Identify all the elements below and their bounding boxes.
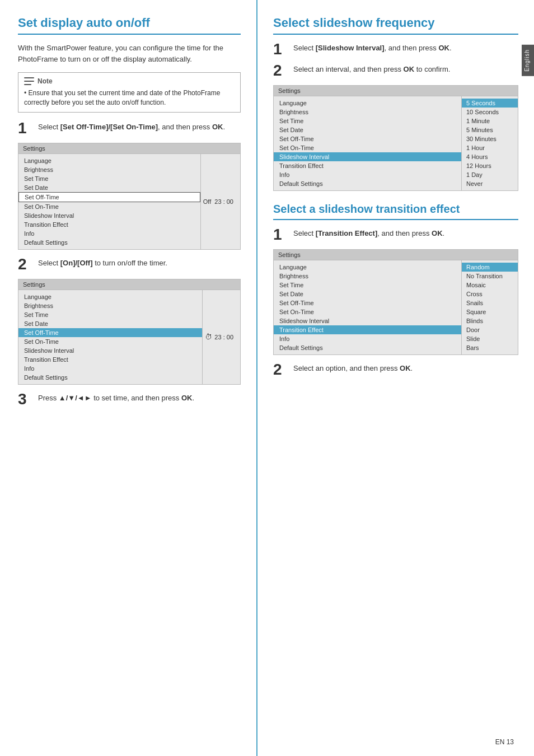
- right-step-2-text: Select an interval, and then press OK to…: [293, 64, 518, 75]
- right-section-title-2: Select a slideshow transition effect: [273, 202, 518, 220]
- menu-item-language-1: Language: [18, 156, 200, 165]
- settings-body-2: Language Brightness Set Time Set Date Se…: [18, 290, 240, 384]
- opt-12hr: 12 Hours: [462, 161, 518, 170]
- freq-interval: Slideshow Interval: [274, 152, 461, 161]
- opt-30min: 30 Minutes: [462, 134, 518, 143]
- menu2-setontime: Set On-Time: [18, 337, 202, 346]
- menu2-info: Info: [18, 364, 202, 373]
- right-step-1: 1 Select [Slideshow Interval], and then …: [273, 43, 518, 57]
- menu2-setdate: Set Date: [18, 319, 202, 328]
- opt-10sec: 10 Seconds: [462, 108, 518, 116]
- step-3-number: 3: [18, 391, 34, 407]
- left-column: Set display auto on/off With the SmartPo…: [0, 0, 257, 756]
- opt-door: Door: [462, 325, 518, 334]
- menu-item-setontime-1: Set On-Time: [18, 202, 200, 211]
- step-1-text: Select [Set Off-Time]/[Set On-Time], and…: [38, 122, 241, 133]
- freq-setofftime: Set Off-Time: [274, 134, 461, 143]
- settings-box-2: Settings Language Brightness Set Time Se…: [18, 279, 241, 385]
- freq-settime: Set Time: [274, 116, 461, 125]
- menu-item-info-1: Info: [18, 229, 200, 238]
- page-container: English Set display auto on/off With the…: [0, 0, 534, 756]
- settings-menu-freq: Language Brightness Set Time Set Date Se…: [274, 96, 462, 190]
- opt-4hr: 4 Hours: [462, 152, 518, 161]
- menu2-default: Default Settings: [18, 373, 202, 382]
- settings-body-freq: Language Brightness Set Time Set Date Se…: [274, 96, 518, 190]
- menu2-settime: Set Time: [18, 310, 202, 319]
- freq-default: Default Settings: [274, 179, 461, 188]
- trans-step-2: 2 Select an option, and then press OK.: [273, 363, 518, 377]
- opt-bars: Bars: [462, 343, 518, 352]
- right-step-1-number: 1: [273, 41, 289, 57]
- settings-menu-1: Language Brightness Set Time Set Date Se…: [18, 154, 201, 249]
- menu2-setofftime: Set Off-Time: [18, 328, 202, 337]
- note-label: Note: [38, 77, 53, 85]
- menu-item-transition-1: Transition Effect: [18, 220, 200, 229]
- trans-settime: Set Time: [274, 281, 461, 290]
- right-step-2: 2 Select an interval, and then press OK …: [273, 64, 518, 78]
- trans-setdate: Set Date: [274, 290, 461, 298]
- timer-icon: ⏱: [205, 333, 212, 341]
- menu-item-brightness-1: Brightness: [18, 165, 200, 174]
- opt-cross: Cross: [462, 290, 518, 298]
- settings-body-trans: Language Brightness Set Time Set Date Se…: [274, 260, 518, 354]
- menu-item-interval-1: Slideshow Interval: [18, 211, 200, 220]
- trans-default: Default Settings: [274, 343, 461, 352]
- settings-box-freq: Settings Language Brightness Set Time Se…: [273, 85, 518, 191]
- menu-item-default-1: Default Settings: [18, 238, 200, 247]
- trans-step-1-number: 1: [273, 227, 289, 242]
- settings-title-trans: Settings: [274, 250, 518, 260]
- menu2-brightness: Brightness: [18, 301, 202, 310]
- menu-item-setofftime-1: Set Off-Time: [18, 192, 200, 202]
- freq-setdate: Set Date: [274, 125, 461, 134]
- left-section-title: Set display auto on/off: [18, 16, 241, 35]
- opt-snails: Snails: [462, 298, 518, 307]
- settings-title-freq: Settings: [274, 86, 518, 96]
- right-column: Select slideshow frequency 1 Select [Sli…: [257, 0, 534, 756]
- main-content: Set display auto on/off With the SmartPo…: [0, 0, 534, 756]
- settings-title-1: Settings: [18, 143, 240, 154]
- note-text: • Ensure that you set the current time a…: [24, 88, 235, 108]
- right-step-2-number: 2: [273, 63, 289, 78]
- settings-menu-trans: Language Brightness Set Time Set Date Se…: [274, 260, 462, 354]
- step-2-text: Select [On]/[Off] to turn on/off the tim…: [38, 258, 241, 269]
- note-icon: [24, 77, 34, 85]
- opt-1day: 1 Day: [462, 170, 518, 179]
- step-1: 1 Select [Set Off-Time]/[Set On-Time], a…: [18, 122, 241, 136]
- menu-item-settime-1: Set Time: [18, 174, 200, 183]
- trans-setofftime: Set Off-Time: [274, 298, 461, 307]
- opt-square: Square: [462, 307, 518, 316]
- menu2-language: Language: [18, 292, 202, 301]
- freq-brightness: Brightness: [274, 108, 461, 116]
- freq-setontime: Set On-Time: [274, 143, 461, 152]
- right-section-title-1: Select slideshow frequency: [273, 16, 518, 35]
- trans-brightness: Brightness: [274, 272, 461, 281]
- opt-1hr: 1 Hour: [462, 143, 518, 152]
- settings-box-trans: Settings Language Brightness Set Time Se…: [273, 249, 518, 355]
- opt-never: Never: [462, 179, 518, 188]
- right-step-1-text: Select [Slideshow Interval], and then pr…: [293, 43, 518, 54]
- two-column-layout: Set display auto on/off With the SmartPo…: [0, 0, 534, 756]
- note-box: Note • Ensure that you set the current t…: [18, 72, 241, 113]
- opt-1min: 1 Minute: [462, 116, 518, 125]
- page-footer: EN 13: [495, 738, 514, 746]
- step-2-number: 2: [18, 256, 34, 272]
- step-1-number: 1: [18, 120, 34, 136]
- trans-step-2-number: 2: [273, 362, 289, 377]
- settings-value-1: Off 23 : 00: [201, 154, 240, 249]
- freq-language: Language: [274, 99, 461, 108]
- opt-slide: Slide: [462, 334, 518, 343]
- menu2-interval: Slideshow Interval: [18, 346, 202, 355]
- step-3-text: Press ▲/▼/◄► to set time, and then press…: [38, 393, 241, 404]
- settings-options-freq: 5 Seconds 10 Seconds 1 Minute 5 Minutes …: [462, 96, 518, 190]
- settings-body-1: Language Brightness Set Time Set Date Se…: [18, 154, 240, 249]
- opt-random: Random: [462, 263, 518, 272]
- trans-setontime: Set On-Time: [274, 307, 461, 316]
- menu2-transition: Transition Effect: [18, 355, 202, 364]
- trans-info: Info: [274, 334, 461, 343]
- opt-notrans: No Transition: [462, 272, 518, 281]
- settings-value-2: ⏱ 23 : 00: [203, 290, 240, 384]
- freq-info: Info: [274, 170, 461, 179]
- step-2: 2 Select [On]/[Off] to turn on/off the t…: [18, 258, 241, 272]
- intro-text: With the SmartPower feature, you can con…: [18, 43, 241, 64]
- trans-language: Language: [274, 263, 461, 272]
